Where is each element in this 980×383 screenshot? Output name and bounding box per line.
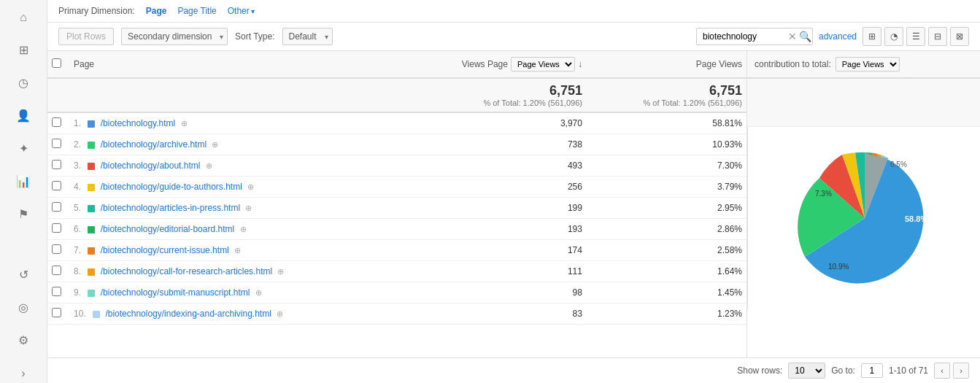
copy-icon[interactable]: ⊕ [245,204,252,212]
advanced-link[interactable]: advanced [819,31,857,42]
expand-icon[interactable]: › [12,363,34,383]
row-number: 4. [74,182,81,192]
row-checkbox[interactable] [52,244,61,254]
row-page-link[interactable]: /biotechnology/submit-manuscript.html [101,287,250,298]
copy-icon[interactable]: ⊕ [234,246,241,255]
primary-dim-label: Primary Dimension: [58,6,135,16]
row-checkbox[interactable] [52,181,61,190]
row-views: 256 [395,177,587,198]
header-page-views-col: Page Views [587,51,746,78]
search-clear-icon[interactable]: ✕ [788,31,797,42]
search-icon[interactable]: 🔍 [799,31,811,42]
row-number: 6. [74,224,81,234]
metric-select-1[interactable]: Page Views [511,57,575,71]
secondary-dim-select[interactable]: Secondary dimension [121,28,228,45]
person-icon[interactable]: 👤 [12,106,34,125]
contribution-select[interactable]: Page Views [836,57,900,71]
row-number: 1. [74,118,81,128]
refresh-icon[interactable]: ↺ [12,265,34,285]
totals-value-2: 6,751 [591,83,742,98]
prev-page-button[interactable]: ‹ [934,363,950,379]
copy-icon[interactable]: ⊕ [212,140,218,149]
next-page-button[interactable]: › [953,363,969,379]
row-num-cell: 10. /biotechnology/indexing-and-archivin… [69,303,395,325]
row-checkbox[interactable] [52,139,61,148]
row-pct: 58.81% [587,112,746,134]
row-checkbox-cell [47,134,69,155]
page-input[interactable] [861,363,883,378]
row-checkbox[interactable] [52,266,61,275]
row-checkbox[interactable] [52,117,61,127]
row-page-link[interactable]: /biotechnology/about.html [101,160,201,171]
table-row: 7. /biotechnology/current-issue.html ⊕ 1… [47,240,746,261]
grid-view-icon[interactable]: ⊞ [863,27,881,46]
dim-page-title-link[interactable]: Page Title [177,6,216,16]
reports-icon[interactable]: 📊 [12,171,34,191]
row-pct: 1.23% [587,303,746,325]
table-row: 4. /biotechnology/guide-to-authors.html … [47,177,746,198]
row-color-dot [88,142,95,149]
row-num-cell: 4. /biotechnology/guide-to-authors.html … [69,177,395,198]
row-page-link[interactable]: /biotechnology/editorial-board.html [101,224,234,234]
sort-type-select[interactable]: Default [282,28,333,45]
row-page-link[interactable]: /biotechnology/guide-to-authors.html [101,182,242,192]
row-num-cell: 5. /biotechnology/articles-in-press.html… [69,198,395,219]
row-checkbox[interactable] [52,287,61,296]
row-num-cell: 2. /biotechnology/archive.html ⊕ [69,134,395,155]
row-checkbox[interactable] [52,160,61,169]
row-number: 9. [74,287,81,298]
select-all-checkbox[interactable] [52,58,61,68]
copy-icon[interactable]: ⊕ [255,288,262,297]
page-header-label: Page [74,59,94,69]
table-row: 5. /biotechnology/articles-in-press.html… [47,198,746,219]
row-checkbox[interactable] [52,308,61,317]
chart-label-tertiary: 7.3% [815,190,832,198]
copy-icon[interactable]: ⊕ [181,119,188,128]
pivot-view-icon[interactable]: ⊠ [950,27,969,46]
header-page-views-select-col: Views Page Page Views ↓ [395,51,587,78]
totals-value-1: 6,751 [399,83,582,98]
dim-other-dropdown[interactable]: Other ▾ [228,6,255,16]
row-page-link[interactable]: /biotechnology/current-issue.html [101,245,229,255]
dashboard-icon[interactable]: ⊞ [12,40,34,60]
row-color-dot [88,226,95,233]
copy-icon[interactable]: ⊕ [247,182,254,191]
row-checkbox[interactable] [52,202,61,212]
pie-view-icon[interactable]: ◔ [884,27,903,46]
show-rows-select[interactable]: 10 25 50 100 [788,363,825,379]
row-pct: 2.58% [587,240,746,261]
compare-view-icon[interactable]: ⊟ [928,27,947,46]
go-to-label: Go to: [831,365,855,376]
row-page-link[interactable]: /biotechnology.html [101,118,176,128]
row-page-link[interactable]: /biotechnology/indexing-and-archiving.ht… [105,309,271,319]
row-views: 199 [395,198,587,219]
page-nav: ‹ › [934,363,969,379]
flag-icon[interactable]: ⚑ [12,204,34,224]
row-color-dot [88,247,95,255]
row-views: 493 [395,155,587,177]
plot-rows-button[interactable]: Plot Rows [58,28,114,45]
home-icon[interactable]: ⌂ [12,7,34,27]
table-row: 1. /biotechnology.html ⊕ 3,970 58.81% [47,112,746,134]
row-checkbox[interactable] [52,223,61,233]
row-page-link[interactable]: /biotechnology/call-for-research-article… [101,266,272,276]
row-pct: 3.79% [587,177,746,198]
row-pct: 2.95% [587,198,746,219]
row-num-cell: 6. /biotechnology/editorial-board.html ⊕ [69,219,395,240]
copy-icon[interactable]: ⊕ [277,267,284,276]
row-page-link[interactable]: /biotechnology/articles-in-press.html [101,203,240,213]
row-page-link[interactable]: /biotechnology/archive.html [101,139,207,150]
copy-icon[interactable]: ⊕ [206,161,212,170]
dim-page-link[interactable]: Page [146,6,167,16]
secondary-dim-wrapper: Secondary dimension [121,28,228,45]
clock-icon[interactable]: ◷ [12,73,34,93]
show-rows-label: Show rows: [737,365,782,376]
gear-icon[interactable]: ⚙ [12,330,34,350]
copy-icon[interactable]: ⊕ [277,309,283,318]
star-icon[interactable]: ✦ [12,139,34,158]
list-view-icon[interactable]: ☰ [906,27,925,46]
circle-icon[interactable]: ◎ [12,298,34,317]
row-pct: 10.93% [587,134,746,155]
copy-icon[interactable]: ⊕ [240,225,247,233]
sort-type-label: Sort Type: [235,31,274,42]
